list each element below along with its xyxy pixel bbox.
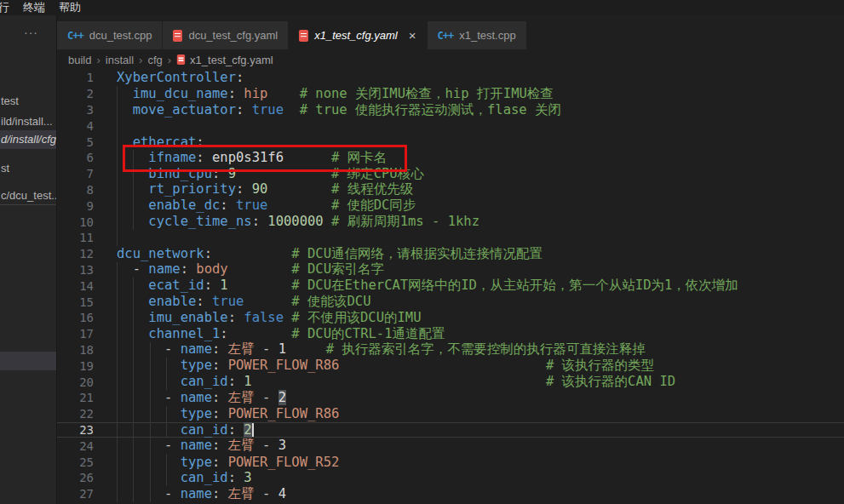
indent-guide [117, 470, 118, 486]
indent-guide [117, 374, 118, 390]
code-line-16[interactable]: 16 imu_enable: false # 不使用该DCU的IMU [57, 310, 844, 326]
token-str: POWER_FLOW_R86 [228, 406, 340, 421]
tab-dcu_test.cpp[interactable]: C++dcu_test.cpp [57, 21, 163, 49]
code-line-25[interactable]: 25 type: POWER_FLOW_R52 [57, 454, 844, 470]
indent-guide [166, 422, 167, 438]
indent-guide [150, 422, 151, 438]
code-line-26[interactable]: 26 can_id: 3 [57, 470, 844, 486]
menu-item-1[interactable]: 终端 [16, 0, 52, 15]
token-p [284, 150, 331, 165]
code-line-8[interactable]: 8 rt_priority: 90 # 线程优先级 [57, 182, 844, 198]
token-key: can_id [181, 374, 228, 389]
token-com: # 执行器索引名字，不需要控制的执行器可直接注释掉 [326, 341, 646, 357]
indent-guide [133, 294, 134, 310]
indent-guide [150, 406, 151, 422]
indent-guide [117, 117, 118, 134]
sidebar-item-0[interactable]: test [0, 92, 57, 111]
chevron-right-icon: › [91, 54, 105, 66]
breadcrumb-item-build[interactable]: build [68, 54, 91, 66]
token-num: 9 [228, 166, 236, 181]
code-line-10[interactable]: 10 cycle_time_ns: 1000000 # 刷新周期1ms - 1k… [57, 214, 844, 230]
token-key: ecat_id [148, 278, 204, 293]
token-key: cycle_time_ns [148, 214, 251, 229]
token-p: : [236, 70, 244, 85]
indent-guide [150, 486, 151, 502]
indent-guide [117, 150, 118, 166]
token-p: : [212, 406, 228, 421]
sidebar-item-3[interactable]: st [0, 159, 57, 178]
token-p: : [196, 135, 204, 150]
breadcrumb-file[interactable]: x1_test_cfg.yaml [176, 54, 273, 66]
code-line-6[interactable]: 6 ifname: enp0s31f6 # 网卡名 [57, 150, 844, 166]
token-key: ifname [148, 150, 196, 165]
indent-guide [133, 406, 134, 422]
tab-x1_test.cpp[interactable]: C++x1_test.cpp [428, 21, 527, 49]
sidebar-item-2[interactable]: d/install/cfg [0, 130, 57, 149]
line-number: 6 [57, 151, 94, 164]
indent-guide [117, 438, 118, 454]
code-line-23[interactable]: 23 can_id: 2 [57, 422, 844, 438]
code-line-4[interactable]: 4 [57, 117, 844, 134]
tab-label: dcu_test.cpp [89, 29, 152, 42]
token-key: bind_cpu [148, 166, 212, 181]
code-line-20[interactable]: 20 can_id: 1 # 该执行器的CAN ID [57, 374, 844, 390]
line-number: 7 [57, 167, 94, 180]
token-key: rt_priority [148, 181, 236, 197]
token-p [284, 310, 291, 325]
token-str: 左臂 [228, 438, 255, 453]
code-line-3[interactable]: 3 move_actuator: true # true 使能执行器运动测试，f… [57, 102, 844, 118]
indent-guide [166, 374, 167, 390]
code-line-22[interactable]: 22 type: POWER_FLOW_R86 [57, 406, 844, 422]
line-number: 23 [57, 423, 94, 437]
code-line-13[interactable]: 13 - name: body # DCU索引名字 [57, 262, 844, 278]
token-p: : [228, 470, 244, 485]
code-line-24[interactable]: 24 - name: 左臂 - 3 [57, 438, 844, 454]
indent-guide [166, 454, 167, 470]
line-number: 12 [57, 247, 94, 261]
tab-dcu_test_cfg.yaml[interactable]: dcu_test_cfg.yaml [163, 21, 289, 49]
token-p [212, 246, 291, 261]
code-line-9[interactable]: 9 enable_dc: true # 使能DC同步 [57, 198, 844, 214]
code-line-17[interactable]: 17 channel_1: # DCU的CTRL-1通道配置 [57, 326, 844, 342]
breadcrumb-item-cfg[interactable]: cfg [147, 54, 162, 66]
breadcrumb-item-install[interactable]: install [106, 54, 134, 66]
indent-guide [133, 278, 134, 294]
overflow-ellipsis-icon[interactable]: ··· [24, 26, 38, 39]
token-com: # true 使能执行器运动测试，flase 关闭 [300, 102, 561, 117]
indent-guide [117, 278, 118, 294]
line-number: 21 [57, 391, 94, 404]
code-line-18[interactable]: 18 - name: 左臂 - 1 # 执行器索引名字，不需要控制的执行器可直接… [57, 342, 844, 358]
token-com: # none 关闭IMU检查，hip 打开IMU检查 [300, 86, 554, 101]
sidebar-item-4[interactable]: c/dcu_test... [0, 186, 57, 205]
menu-item-0[interactable]: 行 [0, 0, 16, 15]
indent-guide [150, 342, 151, 358]
tab-x1_test_cfg.yaml[interactable]: x1_test_cfg.yaml× [289, 21, 427, 49]
token-key: channel_1 [148, 326, 220, 341]
close-icon[interactable]: × [409, 29, 416, 42]
token-com: # 绑定CPU核心 [331, 166, 424, 181]
code-line-12[interactable]: 12dcu_network: # DCU通信网络，请根据实机连接情况配置 [57, 246, 844, 262]
token-key: can_id [181, 422, 228, 438]
line-number: 20 [57, 375, 94, 389]
code-editor[interactable]: 1XyberController:2 imu_dcu_name: hip # n… [57, 70, 844, 504]
code-line-15[interactable]: 15 enable: true # 使能该DCU [57, 294, 844, 310]
code-line-7[interactable]: 7 bind_cpu: 9 # 绑定CPU核心 [57, 166, 844, 182]
indent-guide [117, 422, 118, 438]
indent-guide [166, 470, 167, 486]
code-line-11[interactable]: 11 [57, 230, 844, 246]
menu-item-2[interactable]: 帮助 [52, 0, 88, 15]
token-p [324, 214, 331, 229]
code-line-27[interactable]: 27 - name: 左臂 - 4 [57, 486, 844, 502]
code-line-2[interactable]: 2 imu_dcu_name: hip # none 关闭IMU检查，hip 打… [57, 86, 844, 102]
code-line-1[interactable]: 1XyberController: [57, 70, 844, 86]
code-line-19[interactable]: 19 type: POWER_FLOW_R86 # 该执行器的类型 [57, 358, 844, 374]
indent-guide [133, 182, 134, 198]
token-p: - [255, 486, 278, 501]
token-p: : [228, 374, 244, 389]
code-line-21[interactable]: 21 - name: 左臂 - 2 [57, 390, 844, 406]
sidebar-item-1[interactable]: ild/install... [0, 112, 57, 131]
code-line-14[interactable]: 14 ecat_id: 1 # DCU在EtherCAT网络中的ID，从主站开始… [57, 278, 844, 294]
sidebar-selected-empty-row[interactable] [0, 352, 57, 370]
token-str: 左臂 [228, 341, 255, 357]
code-line-5[interactable]: 5 ethercat: [57, 134, 844, 150]
